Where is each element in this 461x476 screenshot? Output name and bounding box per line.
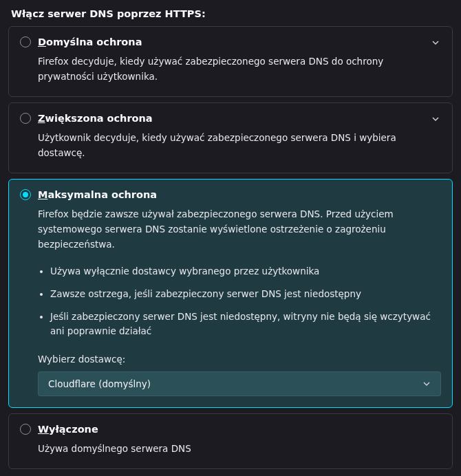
- option-header: Wyłączone: [20, 424, 441, 435]
- radio-icon[interactable]: [20, 113, 31, 124]
- option-label: Wyłączone: [38, 424, 98, 435]
- option-description: Użytkownik decyduje, kiedy używać zabezp…: [38, 131, 441, 160]
- chevron-down-icon[interactable]: [431, 38, 440, 49]
- radio-icon[interactable]: [20, 424, 31, 435]
- dns-option-off[interactable]: Wyłączone Używa domyślnego serwera DNS: [8, 413, 453, 470]
- option-description: Używa domyślnego serwera DNS: [38, 442, 441, 457]
- chevron-down-icon[interactable]: [431, 114, 440, 125]
- provider-select[interactable]: Cloudflare (domyślny): [38, 371, 441, 396]
- provider-label: Wybierz dostawcę:: [38, 354, 441, 365]
- option-label: Zwiększona ochrona: [38, 113, 153, 124]
- dns-option-increased[interactable]: Zwiększona ochrona Użytkownik decyduje, …: [8, 102, 453, 173]
- option-description: Firefox decyduje, kiedy używać zabezpiec…: [38, 54, 441, 84]
- chevron-down-icon: [422, 380, 431, 388]
- option-header: Maksymalna ochrona: [20, 189, 441, 200]
- option-header: Domyślna ochrona: [20, 36, 441, 47]
- provider-value: Cloudflare (domyślny): [48, 378, 151, 389]
- radio-icon[interactable]: [20, 36, 31, 47]
- dns-option-default[interactable]: Domyślna ochrona Firefox decyduje, kiedy…: [8, 26, 453, 97]
- list-item: Zawsze ostrzega, jeśli zabezpieczony ser…: [50, 287, 441, 301]
- radio-icon[interactable]: [20, 189, 31, 200]
- list-item: Jeśli zabezpieczony serwer DNS jest nied…: [50, 310, 441, 338]
- section-title: Włącz serwer DNS poprzez HTTPS:: [11, 8, 453, 19]
- dns-option-max[interactable]: Maksymalna ochrona Firefox będzie zawsze…: [8, 179, 453, 407]
- option-label: Domyślna ochrona: [38, 36, 142, 47]
- option-header: Zwiększona ochrona: [20, 113, 441, 124]
- list-item: Używa wyłącznie dostawcy wybranego przez…: [50, 264, 441, 279]
- option-label: Maksymalna ochrona: [38, 189, 157, 200]
- option-description: Firefox będzie zawsze używał zabezpieczo…: [38, 207, 441, 252]
- feature-list: Używa wyłącznie dostawcy wybranego przez…: [38, 264, 441, 338]
- provider-block: Wybierz dostawcę: Cloudflare (domyślny): [38, 354, 441, 396]
